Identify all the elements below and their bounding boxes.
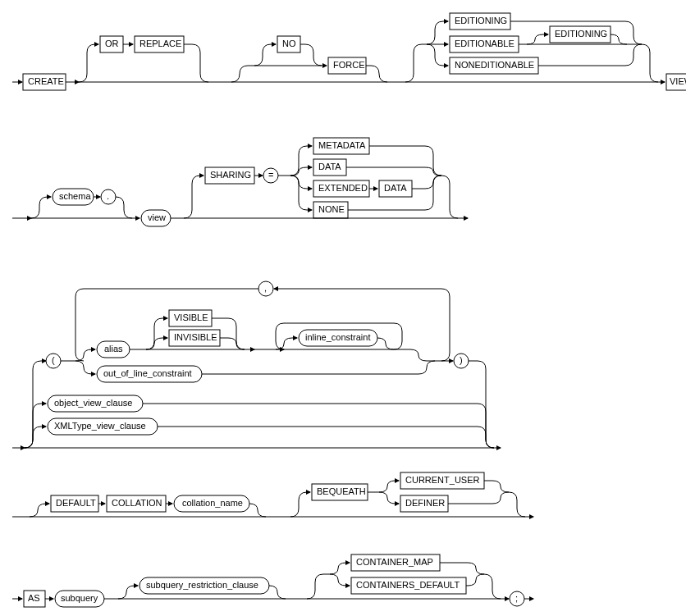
svg-text:object_view_clause: object_view_clause <box>54 398 132 408</box>
svg-text:DEFAULT: DEFAULT <box>56 498 96 508</box>
svg-text:.: . <box>107 191 109 201</box>
svg-text:COLLATION: COLLATION <box>112 498 162 508</box>
svg-text:EXTENDED: EXTENDED <box>318 183 368 193</box>
svg-text:;: ; <box>515 593 518 603</box>
svg-text:OR: OR <box>105 39 119 48</box>
svg-text:): ) <box>460 355 463 365</box>
svg-text:DATA: DATA <box>318 162 341 171</box>
svg-text:DATA: DATA <box>384 183 407 193</box>
svg-text:FORCE: FORCE <box>333 60 365 70</box>
svg-text:,: , <box>264 283 267 293</box>
svg-text:BEQUEATH: BEQUEATH <box>317 486 366 496</box>
svg-text:view: view <box>148 212 166 222</box>
svg-text:subquery: subquery <box>61 593 98 603</box>
svg-text:DEFINER: DEFINER <box>405 498 445 508</box>
svg-text:REPLACE: REPLACE <box>139 39 181 48</box>
svg-text:out_of_line_constraint: out_of_line_constraint <box>103 368 192 378</box>
svg-text:AS: AS <box>28 593 40 603</box>
svg-text:(: ( <box>52 355 55 365</box>
svg-text:CREATE: CREATE <box>28 76 64 86</box>
svg-text:inline_constraint: inline_constraint <box>305 332 371 342</box>
svg-text:NONE: NONE <box>318 204 345 214</box>
svg-text:EDITIONABLE: EDITIONABLE <box>455 39 514 48</box>
svg-text:schema: schema <box>59 191 91 201</box>
svg-text:VIEW: VIEW <box>670 76 686 86</box>
svg-text:CONTAINER_MAP: CONTAINER_MAP <box>356 557 433 567</box>
svg-text:VISIBLE: VISIBLE <box>174 313 208 322</box>
svg-text:SHARING: SHARING <box>210 170 251 180</box>
svg-text:INVISIBLE: INVISIBLE <box>174 332 217 342</box>
svg-text:alias: alias <box>104 344 123 354</box>
svg-text:CONTAINERS_DEFAULT: CONTAINERS_DEFAULT <box>356 580 460 590</box>
svg-text:NO: NO <box>282 39 296 48</box>
svg-text:NONEDITIONABLE: NONEDITIONABLE <box>455 60 534 70</box>
svg-text:METADATA: METADATA <box>318 140 366 150</box>
svg-text:EDITIONING: EDITIONING <box>555 29 607 39</box>
svg-text:XMLType_view_clause: XMLType_view_clause <box>54 421 146 431</box>
svg-text:collation_name: collation_name <box>182 498 243 508</box>
syntax-railroad-diagram: CREATE OR REPLACE NO FORCE EDITIONING ED… <box>8 8 686 611</box>
svg-text:CURRENT_USER: CURRENT_USER <box>405 475 480 485</box>
svg-text:subquery_restriction_clause: subquery_restriction_clause <box>146 580 258 590</box>
svg-text:=: = <box>268 170 273 180</box>
svg-text:EDITIONING: EDITIONING <box>455 16 507 25</box>
